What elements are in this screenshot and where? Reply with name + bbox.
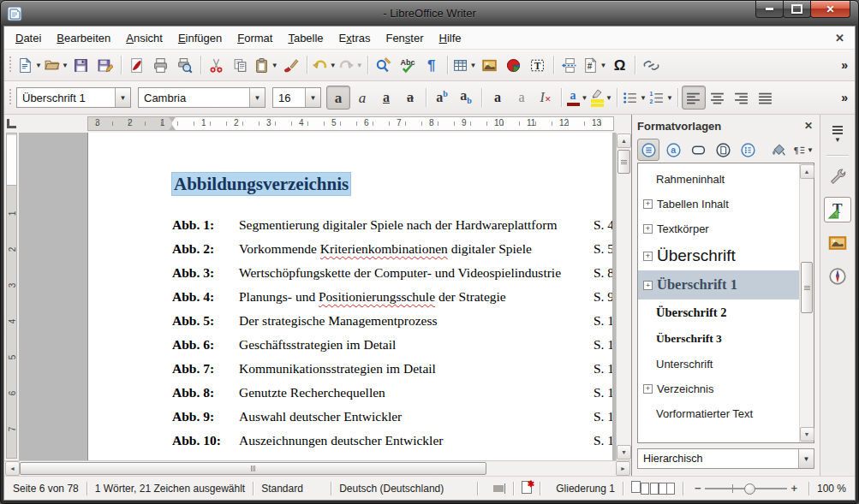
page-break-button[interactable] bbox=[558, 53, 582, 77]
toc-entry[interactable]: Abb. 3:Wertschöpfungskette der Computer-… bbox=[172, 265, 612, 281]
document-page[interactable]: Abbildungsverzeichnis Abb. 1:Segmentieru… bbox=[87, 133, 612, 460]
toc-entry[interactable]: Abb. 2:Vorkommende Kriterienkombinatione… bbox=[172, 241, 612, 257]
save-as-button[interactable] bbox=[93, 53, 117, 77]
new-document-button[interactable]: ▼ bbox=[16, 53, 43, 77]
toc-entry[interactable]: Abb. 6:Geschäftsstrategien im DetailS. 1 bbox=[172, 337, 612, 353]
zoom-slider[interactable]: − + bbox=[691, 482, 801, 495]
new-style-from-selection-button[interactable]: ¶▼ bbox=[792, 139, 814, 161]
style-item--berschrift[interactable]: +Überschrift bbox=[638, 241, 799, 270]
insert-field-button[interactable]: #▼ bbox=[582, 53, 608, 77]
paste-button[interactable]: ▼ bbox=[253, 53, 279, 77]
toc-entry[interactable]: Abb. 5:Der strategische Managementprozes… bbox=[172, 313, 612, 329]
selection-mode-icon[interactable] bbox=[493, 483, 505, 494]
superscript-button[interactable]: ab bbox=[430, 86, 454, 110]
menu-fenster[interactable]: Fenster bbox=[378, 28, 431, 48]
scroll-right-icon[interactable]: ► bbox=[616, 461, 630, 476]
find-replace-button[interactable] bbox=[372, 53, 396, 77]
justify-button[interactable] bbox=[754, 86, 778, 110]
frame-styles-button[interactable] bbox=[687, 139, 709, 161]
zoom-out-icon[interactable]: − bbox=[691, 482, 705, 495]
vertical-ruler[interactable]: 1234567 bbox=[4, 133, 19, 460]
scroll-up-icon[interactable]: ▲ bbox=[617, 133, 631, 148]
character-styles-button[interactable]: a bbox=[662, 139, 684, 161]
toolbar-grip[interactable] bbox=[9, 56, 13, 74]
insert-chart-button[interactable] bbox=[502, 53, 526, 77]
lowercase-button[interactable]: a bbox=[510, 86, 534, 110]
copy-button[interactable] bbox=[229, 53, 253, 77]
navigator-icon[interactable] bbox=[824, 264, 851, 289]
styles-panel-close-icon[interactable]: ✕ bbox=[802, 120, 814, 132]
save-button[interactable] bbox=[69, 53, 93, 77]
insert-image-button[interactable] bbox=[478, 53, 502, 77]
single-page-view-icon[interactable] bbox=[631, 481, 641, 495]
document-canvas[interactable]: Abbildungsverzeichnis Abb. 1:Segmentieru… bbox=[19, 133, 616, 460]
font-color-button[interactable]: a▼ bbox=[565, 86, 589, 110]
minimize-button[interactable] bbox=[755, 1, 784, 18]
status-page-style[interactable]: Standard bbox=[261, 483, 323, 495]
clone-formatting-button[interactable] bbox=[279, 53, 303, 77]
font-size-select[interactable]: 16▼ bbox=[272, 87, 321, 108]
style-filter-select[interactable]: Hierarchisch ▼ bbox=[637, 448, 814, 469]
menu-ansicht[interactable]: Ansicht bbox=[118, 28, 170, 48]
font-name-select[interactable]: Cambria▼ bbox=[138, 87, 265, 108]
vertical-scroll-thumb[interactable] bbox=[617, 150, 630, 174]
toolbar-overflow-icon[interactable]: » bbox=[838, 58, 851, 72]
close-document-icon[interactable]: ✕ bbox=[832, 32, 848, 44]
status-word-count[interactable]: 1 Wörter, 21 Zeichen ausgewählt bbox=[95, 483, 245, 495]
underline-button[interactable]: a bbox=[374, 86, 398, 110]
menu-datei[interactable]: Datei bbox=[8, 28, 49, 48]
special-character-button[interactable]: Ω bbox=[607, 53, 631, 77]
sidebar-menu-icon[interactable]: ▼ bbox=[824, 122, 851, 147]
scroll-down-icon[interactable]: ▼ bbox=[800, 427, 814, 442]
expander-icon[interactable]: + bbox=[643, 281, 653, 290]
status-zoom-level[interactable]: 100 % bbox=[817, 483, 846, 495]
expander-icon[interactable]: + bbox=[643, 252, 653, 261]
strikethrough-button[interactable]: a bbox=[398, 86, 422, 110]
print-button[interactable] bbox=[149, 53, 173, 77]
gallery-icon[interactable] bbox=[824, 230, 851, 256]
document-modified-icon[interactable]: ✱ bbox=[522, 481, 532, 496]
scroll-down-icon[interactable]: ▼ bbox=[617, 445, 631, 460]
italic-button[interactable]: a bbox=[350, 86, 374, 110]
scroll-left-icon[interactable]: ◄ bbox=[5, 461, 20, 476]
style-item-rahmeninhalt[interactable]: Rahmeninhalt bbox=[638, 167, 799, 192]
maximize-button[interactable] bbox=[783, 1, 811, 18]
properties-icon[interactable] bbox=[824, 163, 851, 189]
style-item--berschrift-2[interactable]: Überschrift 2 bbox=[638, 299, 799, 326]
toc-entry[interactable]: Abb. 8:Genutzte RecherchequellenS. 1 bbox=[172, 385, 612, 400]
menu-extras[interactable]: Extras bbox=[331, 28, 379, 48]
redo-button[interactable]: ▼ bbox=[337, 53, 364, 77]
scroll-up-icon[interactable]: ▲ bbox=[800, 164, 814, 179]
insert-table-button[interactable]: ▼ bbox=[451, 53, 478, 77]
expander-icon[interactable]: + bbox=[643, 199, 653, 209]
align-center-button[interactable] bbox=[706, 86, 730, 110]
highlight-color-button[interactable]: ▼ bbox=[589, 86, 613, 110]
style-item--berschrift-1[interactable]: +Überschrift 1 bbox=[638, 270, 799, 299]
menu-tabelle[interactable]: Tabelle bbox=[280, 28, 331, 48]
spelling-button[interactable]: Abc bbox=[396, 53, 420, 77]
menu-einfgen[interactable]: Einfügen bbox=[170, 28, 230, 48]
menu-format[interactable]: Format bbox=[230, 28, 280, 48]
print-preview-button[interactable] bbox=[173, 53, 197, 77]
horizontal-ruler[interactable]: 321 12345678910111213 bbox=[19, 115, 631, 133]
align-left-button[interactable] bbox=[682, 86, 706, 110]
fill-format-mode-button[interactable] bbox=[767, 139, 790, 161]
toc-entry[interactable]: Abb. 9:Auswahl deutscher EntwicklerS. 1 bbox=[172, 409, 612, 424]
hyperlink-button[interactable] bbox=[639, 53, 663, 77]
document-heading[interactable]: Abbildungsverzeichnis bbox=[172, 174, 612, 195]
uppercase-button[interactable]: a bbox=[486, 86, 510, 110]
expander-icon[interactable]: + bbox=[643, 224, 653, 234]
export-pdf-button[interactable] bbox=[125, 53, 149, 77]
expander-icon[interactable]: + bbox=[643, 384, 653, 394]
style-item-verzeichnis[interactable]: +Verzeichnis bbox=[638, 377, 799, 401]
multi-page-view-icon[interactable] bbox=[641, 483, 659, 495]
menu-hilfe[interactable]: Hilfe bbox=[432, 28, 469, 48]
subscript-button[interactable]: ab bbox=[454, 86, 478, 110]
bold-button[interactable]: a bbox=[326, 86, 350, 110]
style-item--berschrift-3[interactable]: Überschrift 3 bbox=[638, 326, 799, 352]
style-item-textk-rper[interactable]: +Textkörper bbox=[638, 216, 799, 241]
paragraph-styles-button[interactable] bbox=[637, 139, 659, 161]
zoom-slider-handle[interactable] bbox=[744, 483, 755, 495]
toc-entry[interactable]: Abb. 10:Auszeichnungen deutscher Entwick… bbox=[172, 433, 612, 448]
status-outline-level[interactable]: Gliederung 1 bbox=[556, 483, 615, 495]
